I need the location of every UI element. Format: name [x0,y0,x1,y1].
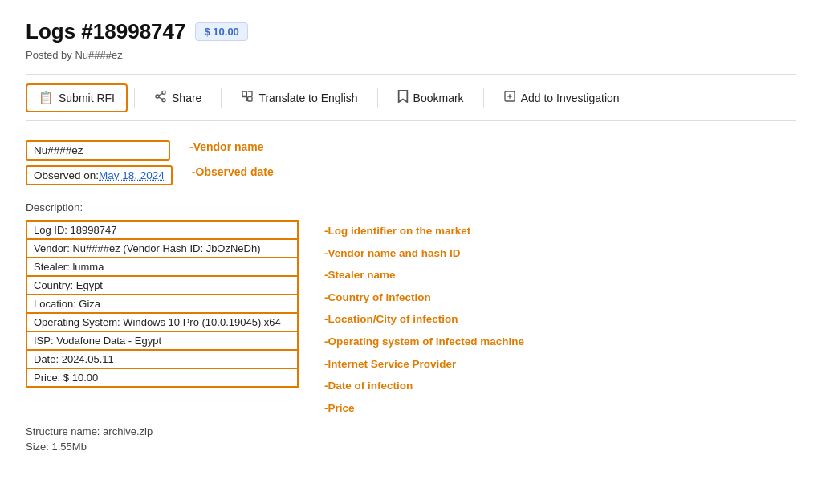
detail-box: Operating System: Windows 10 Pro (10.0.1… [26,314,299,332]
page-title: Logs #18998747 [26,19,185,44]
detail-annotation-label: -Date of infection [324,375,524,397]
observed-date-row: Observed on:May 18, 2024 -Observed date [26,165,796,185]
share-icon [154,90,167,105]
toolbar-divider-3 [377,88,378,108]
add-investigation-icon [503,90,516,105]
detail-box: Stealer: lumma [26,258,299,277]
posted-by: Posted by Nu####ez [26,49,796,61]
vendor-name-row: Nu####ez -Vendor name [26,140,796,161]
description-label: Description: [26,201,796,213]
observed-date-box: Observed on:May 18, 2024 [26,165,173,185]
detail-box: Log ID: 18998747 [26,220,299,240]
vendor-annotation: -Vendor name [189,140,264,153]
toolbar-divider-2 [221,88,222,108]
detail-annotation-label: -Operating system of infected machine [324,331,524,353]
svg-line-4 [159,93,163,96]
toolbar-divider-4 [483,88,484,108]
detail-annotations: -Log identifier on the market-Vendor nam… [324,220,524,419]
detail-annotation-label: -Location/City of infection [324,308,524,331]
plain-rows-container: Structure name: archive.zipSize: 1.55Mb [26,424,796,454]
toolbar: 📋 Submit RFI Share Translate to English [26,74,796,121]
toolbar-divider-1 [134,88,135,108]
document-icon: 📋 [39,91,54,105]
detail-box: Date: 2024.05.11 [26,351,299,369]
vendor-name-box: Nu####ez [26,140,170,161]
observed-annotation: -Observed date [192,165,274,178]
svg-rect-5 [242,91,246,96]
translate-icon [241,90,254,105]
translate-button[interactable]: Translate to English [228,83,370,112]
detail-annotation-label: -Country of infection [324,287,524,309]
svg-point-0 [162,91,165,94]
detail-box: Location: Giza [26,295,299,314]
detail-box: Price: $ 10.00 [26,369,299,388]
price-badge: $ 10.00 [195,22,247,41]
detail-annotation-label: -Internet Service Provider [324,353,524,376]
plain-detail-row: Size: 1.55Mb [26,439,796,454]
detail-box: ISP: Vodafone Data - Egypt [26,332,299,351]
svg-point-2 [162,99,165,102]
detail-annotation-label: -Stealer name [324,264,524,287]
page-header: Logs #18998747 $ 10.00 [26,19,796,44]
detail-boxes: Log ID: 18998747Vendor: Nu####ez (Vendor… [26,220,299,388]
svg-point-1 [156,95,159,98]
svg-rect-6 [248,97,252,101]
vendor-section: Nu####ez -Vendor name Observed on:May 18… [26,140,796,185]
detail-annotation-label: -Log identifier on the market [324,220,524,242]
submit-rfi-button[interactable]: 📋 Submit RFI [26,83,128,112]
add-to-investigation-button[interactable]: Add to Investigation [490,83,633,112]
detail-box: Vendor: Nu####ez (Vendor Hash ID: JbOzNe… [26,240,299,258]
bookmark-button[interactable]: Bookmark [385,83,477,112]
bookmark-icon [397,90,409,105]
detail-rows: Log ID: 18998747Vendor: Nu####ez (Vendor… [26,220,796,419]
detail-box: Country: Egypt [26,277,299,295]
share-button[interactable]: Share [141,83,214,112]
observed-date-link[interactable]: May 18, 2024 [99,169,165,181]
detail-annotation-label: -Vendor name and hash ID [324,242,524,265]
detail-annotation-label: -Price [324,397,524,420]
svg-line-3 [159,97,163,100]
plain-detail-row: Structure name: archive.zip [26,424,796,439]
